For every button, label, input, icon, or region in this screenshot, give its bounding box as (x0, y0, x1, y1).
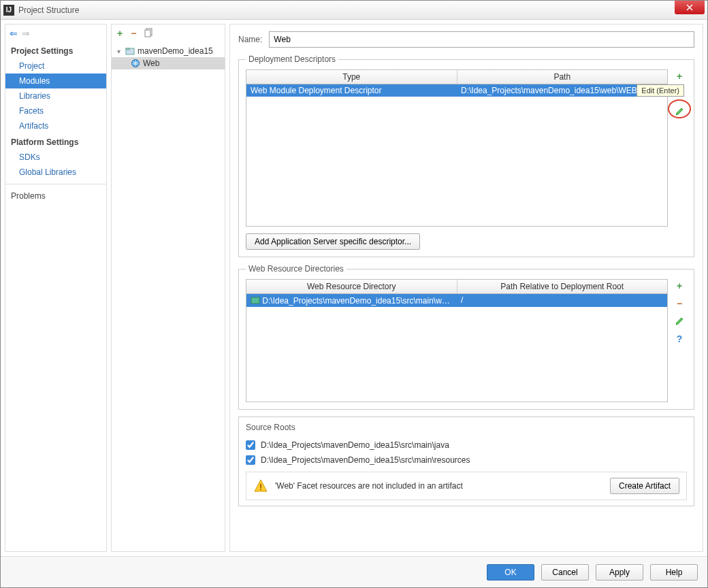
cell-type: Web Module Deployment Descriptor (246, 84, 457, 97)
apply-button[interactable]: Apply (596, 564, 643, 581)
svg-rect-5 (251, 297, 259, 304)
tree-root-label: mavenDemo_idea15 (138, 46, 213, 56)
table-row[interactable]: D:\Idea_Projects\mavenDemo_idea15\src\ma… (246, 294, 667, 307)
sidebar-item-modules[interactable]: Modules (5, 74, 106, 88)
web-facet-icon (131, 59, 140, 68)
source-root-item[interactable]: D:\Idea_Projects\mavenDemo_idea15\src\ma… (246, 438, 687, 453)
sidebar-item-sdks[interactable]: SDKs (5, 150, 106, 165)
back-icon[interactable]: ⇐ (10, 28, 18, 39)
sidebar-item-globallibs[interactable]: Global Libraries (5, 165, 106, 180)
webres-table[interactable]: Web Resource Directory Path Relative to … (246, 279, 668, 402)
sidebar-item-facets[interactable]: Facets (5, 103, 106, 118)
sidebar-item-problems[interactable]: Problems (5, 189, 106, 203)
window-title: Project Structure (18, 5, 675, 15)
svg-rect-1 (145, 30, 150, 37)
depdesc-legend: Deployment Descriptors (246, 54, 338, 64)
sidebar: ⇐ ⇒ Project Settings Project Modules Lib… (5, 24, 107, 552)
svg-rect-7 (260, 489, 261, 490)
col-path: Path (457, 70, 668, 84)
tree-root[interactable]: ▾ mavenDemo_idea15 (112, 45, 225, 57)
ok-button[interactable]: OK (487, 564, 534, 581)
table-row[interactable]: Web Module Deployment Descriptor D:\Idea… (246, 84, 667, 97)
name-label: Name: (238, 35, 262, 44)
cell-rel: / (457, 294, 667, 307)
sourceroots-legend: Source Roots (246, 423, 687, 432)
webres-legend: Web Resource Directories (246, 264, 347, 274)
help-button[interactable]: Help (650, 564, 698, 581)
webres-edit-button[interactable] (673, 314, 686, 328)
remove-icon[interactable]: − (131, 28, 136, 39)
source-roots-section: Source Roots D:\Idea_Projects\mavenDemo_… (238, 416, 694, 506)
sidebar-item-artifacts[interactable]: Artifacts (5, 118, 106, 133)
facet-editor: Name: Deployment Descriptors Type Path W… (229, 24, 703, 552)
warning-icon (253, 478, 268, 493)
copy-icon[interactable] (144, 28, 154, 39)
depdesc-table[interactable]: Type Path Web Module Deployment Descript… (246, 69, 668, 227)
cancel-button[interactable]: Cancel (541, 564, 589, 581)
expand-icon[interactable]: ▾ (114, 48, 123, 55)
source-root-path: D:\Idea_Projects\mavenDemo_idea15\src\ma… (261, 440, 449, 450)
app-icon: IJ (3, 5, 14, 16)
webres-add-button[interactable]: + (673, 279, 686, 293)
source-root-checkbox[interactable] (246, 440, 255, 450)
sidebar-header-project: Project Settings (5, 42, 106, 59)
cell-webdir: D:\Idea_Projects\mavenDemo_idea15\src\ma… (246, 294, 457, 307)
webres-remove-button[interactable]: − (673, 297, 686, 310)
col-webdir: Web Resource Directory (246, 280, 457, 293)
source-root-checkbox[interactable] (246, 455, 255, 465)
module-tree-pane: + − ▾ mavenDemo_idea15 (111, 24, 225, 552)
tree-child[interactable]: Web (112, 57, 225, 69)
sidebar-header-platform: Platform Settings (5, 133, 106, 150)
edit-tooltip: Edit (Enter) (637, 84, 684, 97)
module-icon (125, 46, 135, 56)
depdesc-add-button[interactable]: + (673, 69, 686, 83)
webres-help-button[interactable]: ? (673, 332, 686, 346)
dialog-footer: OK Cancel Apply Help (1, 556, 707, 587)
add-server-descriptor-button[interactable]: Add Application Server specific descript… (246, 233, 420, 250)
tree-child-label: Web (143, 59, 159, 68)
source-root-path: D:\Idea_Projects\mavenDemo_idea15\src\ma… (261, 455, 470, 465)
warning-text: 'Web' Facet resources are not included i… (275, 481, 463, 491)
depdesc-edit-button[interactable] (673, 105, 686, 118)
titlebar: IJ Project Structure (1, 1, 707, 20)
svg-rect-3 (126, 48, 129, 50)
cell-path: D:\Idea_Projects\mavenDemo_idea15\web\WE… (457, 84, 667, 97)
name-input[interactable] (269, 31, 694, 48)
sidebar-item-libraries[interactable]: Libraries (5, 88, 106, 103)
source-root-item[interactable]: D:\Idea_Projects\mavenDemo_idea15\src\ma… (246, 453, 687, 468)
close-button[interactable] (675, 1, 705, 14)
create-artifact-button[interactable]: Create Artifact (610, 478, 679, 494)
col-rel: Path Relative to Deployment Root (457, 280, 668, 293)
forward-icon[interactable]: ⇒ (22, 28, 30, 39)
add-icon[interactable]: + (117, 28, 123, 39)
svg-rect-6 (260, 484, 261, 488)
col-type: Type (246, 70, 457, 84)
sidebar-item-project[interactable]: Project (5, 59, 106, 74)
